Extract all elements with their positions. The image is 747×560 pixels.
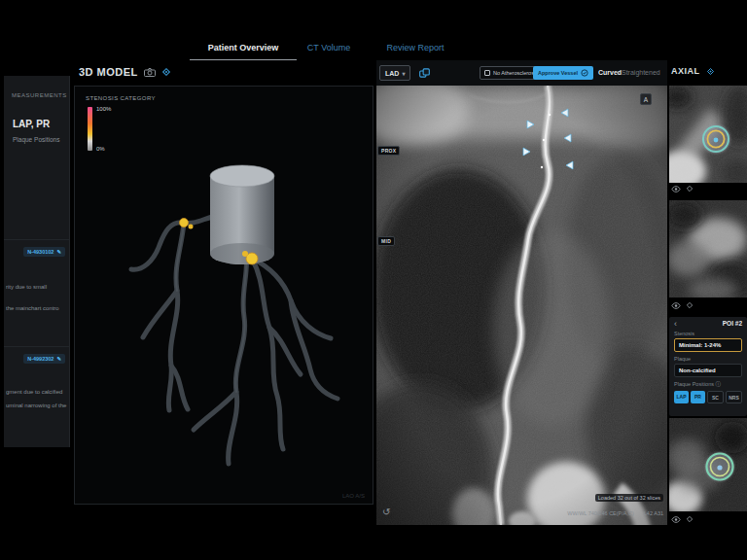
axial-slice-thumb-3[interactable] xyxy=(669,418,747,511)
measurements-section-label: MEASUREMENTS xyxy=(12,92,67,98)
axial-panel-title: AXIAL xyxy=(671,66,700,76)
slice-count-info: Loaded 32 out of 32 slices xyxy=(595,494,663,502)
model-panel-title: 3D MODEL xyxy=(79,66,138,78)
model-viewport[interactable]: STENOSIS CATEGORY 100% 0% xyxy=(74,86,374,505)
curved-ct-image xyxy=(376,86,667,525)
tab-patient-overview-label: Patient Overview xyxy=(208,43,279,52)
position-button-sc[interactable]: SC xyxy=(707,391,724,403)
reset-view-icon[interactable]: ↺ xyxy=(382,508,390,517)
eye-icon[interactable] xyxy=(671,516,681,523)
tab-ct-volume-label: CT Volume xyxy=(307,43,350,52)
model-orientation-label: LAO A/S xyxy=(342,493,365,499)
tab-ct-volume[interactable]: CT Volume xyxy=(295,43,363,52)
ww-wl-value: WW/WL 740/246 CE(P/A,C) xyxy=(567,510,634,516)
checkbox-icon xyxy=(484,70,490,76)
sidebar-divider xyxy=(4,346,69,347)
sidebar-divider xyxy=(4,239,69,240)
curved-panel-header: LAD ▾ No Atherosclerosis Approve Vessel … xyxy=(376,60,667,86)
position-button-nrs[interactable]: NRS xyxy=(726,391,742,403)
tab-review-report-label: Review Report xyxy=(386,43,444,52)
diamond-icon[interactable] xyxy=(686,301,694,309)
segment-label-prox: PROX xyxy=(377,146,400,156)
finding-note-line: gment due to calcified xyxy=(6,389,70,395)
camera-icon[interactable] xyxy=(144,68,156,77)
curved-mpr-panel: LAD ▾ No Atherosclerosis Approve Vessel … xyxy=(376,60,667,525)
axial-panel: AXIAL xyxy=(669,60,747,560)
position-button-lap[interactable]: LAP xyxy=(674,391,689,403)
diamond-settings-icon[interactable] xyxy=(161,67,171,77)
axial-slice-thumb-2[interactable] xyxy=(669,200,747,298)
measurement-title[interactable]: LAP, PR xyxy=(13,119,50,129)
tab-review-report[interactable]: Review Report xyxy=(381,43,449,52)
chevron-down-icon: ▾ xyxy=(402,70,405,77)
layers-icon[interactable] xyxy=(419,68,430,78)
segment-label-mid: MID xyxy=(377,236,395,246)
eye-icon[interactable] xyxy=(671,302,681,309)
finding-badge-1-label: N-4930102 xyxy=(27,249,53,255)
toggle-curved-label: Curved xyxy=(598,69,622,76)
poi-title: POI #2 xyxy=(723,320,742,327)
edit-pencil-icon: ✎ xyxy=(56,356,61,362)
no-atherosclerosis-label: No Atherosclerosis xyxy=(493,70,538,76)
finding-note-line: rity due to small xyxy=(6,284,70,290)
finding-note-line: the mainchart contro xyxy=(6,305,70,311)
curved-mpr-viewport[interactable]: PROX MID A ↺ Loaded 32 out of 32 slices … xyxy=(376,86,667,525)
stenosis-label: Stenosis xyxy=(674,331,742,336)
edit-pencil-icon: ✎ xyxy=(56,249,61,255)
diamond-icon[interactable] xyxy=(686,515,694,523)
eye-icon[interactable] xyxy=(671,186,681,192)
plaque-label: Plaque xyxy=(674,356,742,362)
plaque-positions-text: Plaque Positions xyxy=(674,381,714,387)
approve-vessel-label: Approve Vessel xyxy=(538,70,578,76)
diamond-icon[interactable] xyxy=(686,185,694,192)
tab-patient-overview[interactable]: Patient Overview xyxy=(190,43,297,60)
plaque-value-dropdown[interactable]: Non-calcified xyxy=(674,364,742,377)
plaque-positions-label: Plaque Positions ⓘ xyxy=(674,381,742,388)
model-panel: 3D MODEL STENOSIS CATEGORY 100% 0% xyxy=(73,60,374,506)
info-icon[interactable]: ⓘ xyxy=(716,381,722,387)
vessel-selector-dropdown[interactable]: LAD ▾ xyxy=(379,65,410,81)
finding-note-line: uminal narrowing of the xyxy=(6,402,70,408)
position-button-pr[interactable]: PR xyxy=(691,391,705,403)
orientation-marker: A xyxy=(640,93,652,105)
check-circle-icon xyxy=(581,69,588,77)
app-window: Patient Overview CT Volume Review Report… xyxy=(0,0,747,560)
view-toggle-curved[interactable]: Curved xyxy=(598,69,622,76)
chevron-left-icon[interactable]: ‹ xyxy=(674,321,677,327)
vessel-selector-value: LAD xyxy=(385,70,399,77)
finding-badge-1[interactable]: N-4930102 ✎ xyxy=(23,247,65,257)
axial-slice-thumb-1[interactable] xyxy=(669,86,747,183)
approve-vessel-button[interactable]: Approve Vessel xyxy=(533,66,593,80)
toggle-straightened-label: Straightened xyxy=(622,69,660,76)
stenosis-value-dropdown[interactable]: Minimal: 1-24% xyxy=(674,338,742,352)
patient-position-value: L42 A31 xyxy=(644,510,663,516)
finding-badge-2-label: N-4992302 xyxy=(27,356,53,362)
measurements-sidebar: MEASUREMENTS LAP, PR Plaque Positions N-… xyxy=(4,76,70,447)
poi-detail-card: ‹ POI #2 Stenosis Minimal: 1-24% Plaque … xyxy=(669,317,747,416)
measurement-subtitle: Plaque Positions xyxy=(13,136,59,143)
diamond-settings-icon[interactable] xyxy=(706,67,715,76)
coronary-3d-model xyxy=(75,87,374,504)
window-level-info: WW/WL 740/246 CE(P/A,C) L42 A31 xyxy=(567,510,663,516)
finding-badge-2[interactable]: N-4992302 ✎ xyxy=(23,354,65,364)
view-toggle-straightened[interactable]: Straightened xyxy=(622,69,660,76)
